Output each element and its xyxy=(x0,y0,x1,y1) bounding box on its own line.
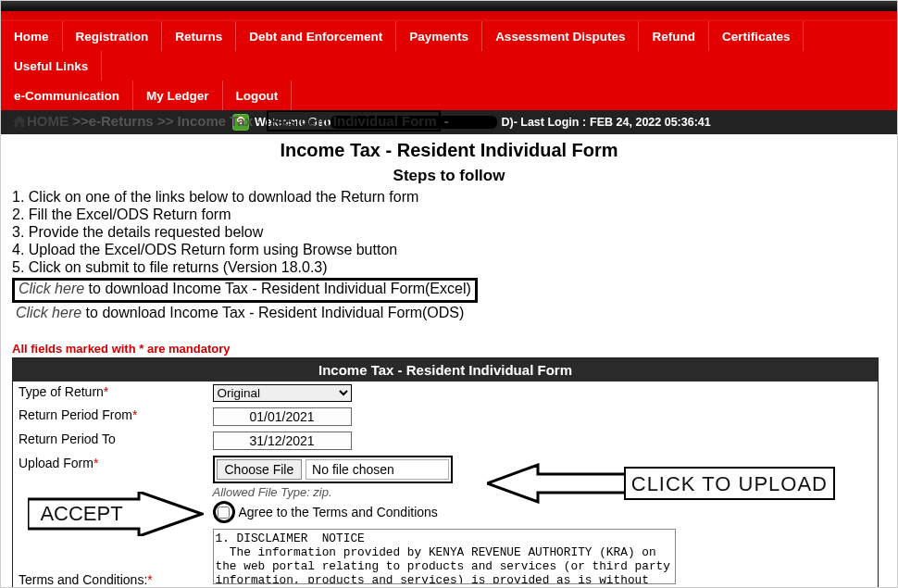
step-2: 2. Fill the Excel/ODS Return form xyxy=(12,206,886,223)
nav-e-communication[interactable]: e-Communication xyxy=(1,81,133,110)
breadcrumb-home[interactable]: HOME xyxy=(27,113,69,129)
nav-logout[interactable]: Logout xyxy=(223,81,293,110)
nav-certificates[interactable]: Certificates xyxy=(709,21,804,51)
no-file-chosen: No file chosen xyxy=(306,459,449,480)
nav-my-ledger[interactable]: My Ledger xyxy=(133,81,223,110)
nav-refund[interactable]: Refund xyxy=(639,21,709,51)
top-brand-stripe xyxy=(1,1,897,21)
download-excel-rest[interactable]: to download Income Tax - Resident Indivi… xyxy=(84,281,471,296)
page-title: Income Tax - Resident Individual Form xyxy=(12,140,886,161)
download-ods-click-here[interactable]: Click here xyxy=(16,305,81,320)
mandatory-fields-note: All fields marked with * are mandatory xyxy=(12,342,886,356)
nav-home[interactable]: Home xyxy=(1,21,63,51)
breadcrumb-current: Resident Individual Form xyxy=(267,110,440,131)
nav-useful-links[interactable]: Useful Links xyxy=(1,51,102,81)
period-to-input[interactable] xyxy=(213,432,352,450)
download-excel-click-here[interactable]: Click here xyxy=(19,281,84,296)
period-from-label: Return Period From xyxy=(19,407,132,422)
type-of-return-label: Type of Return xyxy=(19,384,104,399)
form-header: Income Tax - Resident Individual Form xyxy=(13,358,879,382)
nav-row-2: e-Communication My Ledger Logout xyxy=(1,81,897,110)
download-excel-box: Click here to download Income Tax - Resi… xyxy=(12,278,478,303)
breadcrumb: HOME >>e-Returns >> Income Tax - Residen… xyxy=(12,107,886,132)
agree-checkbox-highlight xyxy=(213,501,235,523)
terms-textarea[interactable]: 1. DISCLAIMER NOTICE The information pro… xyxy=(213,529,676,584)
step-4: 4. Upload the Excel/ODS Return form usin… xyxy=(12,242,886,258)
step-3: 3. Provide the details requested below xyxy=(12,224,886,241)
nav-returns[interactable]: Returns xyxy=(162,21,236,51)
terms-conditions-label: Terms and Conditions: xyxy=(19,572,147,587)
step-5: 5. Click on submit to file returns (Vers… xyxy=(12,259,886,276)
nav-debt-enforcement[interactable]: Debt and Enforcement xyxy=(236,21,396,51)
nav-assessment-disputes[interactable]: Assessment Disputes xyxy=(482,21,639,51)
period-from-input[interactable] xyxy=(213,407,352,426)
nav-row-1: Home Registration Returns Debt and Enfor… xyxy=(1,21,897,81)
breadcrumb-ereturns[interactable]: e-Returns xyxy=(89,113,154,129)
breadcrumb-income-tax[interactable]: Income Tax xyxy=(178,113,253,129)
nav-registration[interactable]: Registration xyxy=(63,21,163,51)
upload-form-label: Upload Form xyxy=(19,456,94,470)
period-to-label: Return Period To xyxy=(19,432,116,446)
home-icon[interactable] xyxy=(12,115,27,131)
allowed-file-type: Allowed File Type: zip. xyxy=(213,485,873,499)
step-1: 1. Click on one of the links below to do… xyxy=(12,189,886,206)
agree-terms-label: Agree to the Terms and Conditions xyxy=(239,505,438,519)
agree-terms-checkbox[interactable] xyxy=(218,507,230,519)
type-of-return-select[interactable]: Original xyxy=(213,384,352,402)
steps-title: Steps to follow xyxy=(12,167,886,185)
main-navbar: Home Registration Returns Debt and Enfor… xyxy=(1,21,897,110)
nav-payments[interactable]: Payments xyxy=(396,21,482,51)
return-form-table: Income Tax - Resident Individual Form Ty… xyxy=(12,357,879,587)
choose-file-button[interactable]: Choose File xyxy=(217,459,303,480)
main-content-scroll[interactable]: HOME >>e-Returns >> Income Tax - Residen… xyxy=(1,107,897,587)
download-ods-rest[interactable]: to download Income Tax - Resident Indivi… xyxy=(81,305,464,320)
steps-list: 1. Click on one of the links below to do… xyxy=(12,189,886,276)
